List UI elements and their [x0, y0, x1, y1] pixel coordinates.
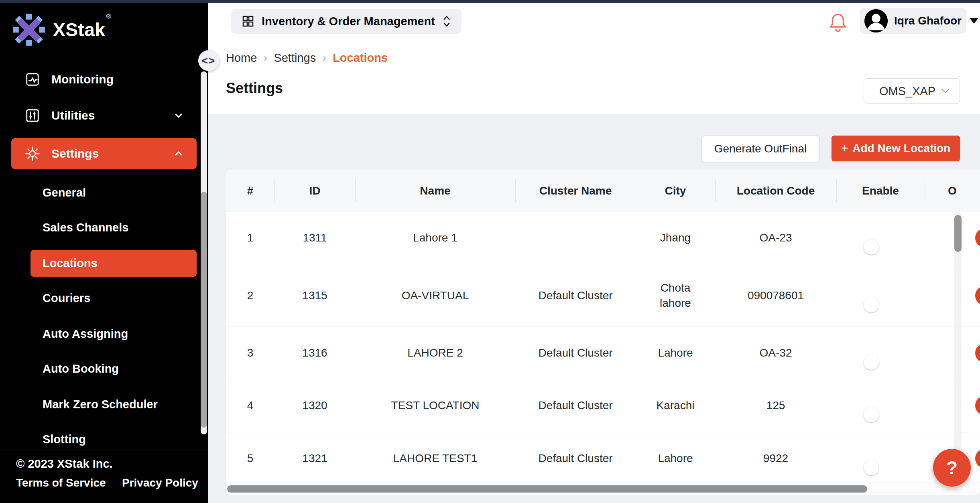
chevron-up-icon [173, 148, 184, 159]
row-action-button[interactable] [975, 286, 980, 305]
cell-id: 1311 [274, 230, 355, 245]
cell-name: LAHORE 2 [355, 345, 515, 361]
row-action-button[interactable] [975, 396, 980, 415]
app-switcher-label: Inventory & Order Management [262, 15, 435, 28]
header-separator [925, 179, 925, 202]
sidebar-subitem-auto-assigning[interactable]: Auto Assigning [0, 322, 208, 345]
cell-num: 5 [226, 451, 274, 466]
column-header-name: Name [355, 185, 515, 197]
sidebar: XStak® Monitoring [0, 3, 208, 503]
sidebar-subitem-sales-channels[interactable]: Sales Channels [0, 216, 208, 239]
generate-outfinal-button[interactable]: Generate OutFinal [701, 136, 819, 162]
chevron-down-icon [173, 110, 184, 121]
table-horizontal-scrollbar-thumb[interactable] [227, 485, 867, 493]
help-button[interactable]: ? [933, 449, 971, 487]
header-separator [715, 179, 716, 202]
locations-table: # ID Name Cluster Name City Location Cod… [226, 170, 980, 495]
sidebar-item-utilities[interactable]: Utilities [0, 104, 208, 127]
cell-city: Lahore [636, 345, 715, 361]
cell-num: 1 [226, 230, 274, 245]
cell-name: OA-VIRTUAL [355, 288, 515, 303]
cell-name: Lahore 1 [355, 230, 515, 245]
sidebar-item-settings[interactable]: Settings [11, 138, 197, 169]
chevron-down-icon [941, 88, 950, 94]
breadcrumb: Home › Settings › Locations [226, 51, 388, 65]
page-title: Settings [226, 80, 283, 97]
row-action-button[interactable] [975, 449, 980, 468]
generate-outfinal-label: Generate OutFinal [714, 142, 807, 155]
cell-city: Chota lahore [636, 280, 715, 311]
page-header-band: Home › Settings › Locations Settings OMS… [208, 37, 980, 114]
cell-name: TEST LOCATION [355, 398, 515, 413]
sidebar-subitem-locations[interactable]: Locations [30, 250, 197, 277]
row-action-button[interactable] [975, 343, 980, 363]
sidebar-subitem-general[interactable]: General [0, 181, 208, 204]
privacy-policy-link[interactable]: Privacy Policy [122, 477, 198, 489]
cell-location-code: OA-23 [715, 230, 836, 245]
sidebar-subitem-mark-zero-scheduler[interactable]: Mark Zero Scheduler [0, 393, 208, 416]
gear-icon [25, 146, 40, 161]
collapse-icon: <> [202, 55, 216, 67]
user-name: Iqra Ghafoor [894, 14, 962, 27]
cell-num: 2 [226, 288, 274, 303]
cell-cluster-name: Default Cluster [515, 398, 636, 413]
sidebar-subitem-slotting[interactable]: Slotting [0, 428, 208, 450]
notifications-bell-icon[interactable] [828, 12, 848, 33]
toggle-knob [864, 407, 879, 422]
terms-of-service-link[interactable]: Terms of Service [16, 477, 106, 489]
avatar [864, 9, 888, 32]
cell-city: Karachi [636, 398, 715, 413]
plus-icon: + [841, 141, 849, 156]
breadcrumb-home[interactable]: Home [226, 51, 257, 65]
breadcrumb-separator-icon: › [322, 51, 326, 65]
sidebar-menu: Monitoring Utilities [0, 71, 208, 450]
column-header-id: ID [274, 185, 355, 197]
sidebar-subitem-label: Slotting [43, 433, 86, 446]
cell-num: 4 [226, 398, 274, 413]
sidebar-subitem-label: Sales Channels [43, 221, 128, 234]
cell-location-code: OA-32 [715, 345, 836, 361]
sidebar-subitem-label: Auto Assigning [43, 327, 128, 341]
workspace-select[interactable]: OMS_XAP [864, 78, 960, 104]
grid-icon [242, 15, 254, 28]
help-question-mark: ? [946, 457, 958, 479]
sidebar-subitem-couriers[interactable]: Couriers [0, 287, 208, 309]
top-header: Inventory & Order Management Iqra Ghafoo… [208, 3, 980, 38]
breadcrumb-locations: Locations [333, 51, 388, 65]
column-header-city: City [636, 185, 715, 197]
table-row: 3 1316 LAHORE 2 Default Cluster Lahore O… [226, 327, 980, 379]
column-header-enable: Enable [836, 185, 925, 197]
toggle-knob [864, 355, 879, 370]
sidebar-collapse-button[interactable]: <> [198, 50, 219, 71]
add-new-location-button[interactable]: + Add New Location [832, 136, 960, 161]
cell-location-code: 9922 [715, 451, 836, 466]
row-action-button[interactable] [975, 228, 980, 247]
column-header-num: # [226, 185, 274, 197]
column-header-options: O [925, 185, 980, 197]
sidebar-subitem-label: Couriers [43, 292, 90, 305]
sidebar-subitem-label: Auto Booking [43, 362, 119, 375]
table-row: 2 1315 OA-VIRTUAL Default Cluster Chota … [226, 264, 980, 327]
breadcrumb-separator-icon: › [263, 51, 267, 65]
app-switcher[interactable]: Inventory & Order Management [231, 9, 462, 34]
toggle-knob [864, 460, 879, 475]
header-separator [355, 179, 356, 202]
table-vertical-scrollbar-thumb[interactable] [954, 215, 962, 252]
xstak-logo-icon [12, 13, 46, 47]
content-area: Generate OutFinal + Add New Location # I… [208, 114, 980, 503]
table-row: 5 1321 LAHORE TEST1 Default Cluster Laho… [226, 432, 980, 485]
table-horizontal-scrollbar-track[interactable] [226, 483, 980, 495]
brand-registered-mark: ® [106, 12, 111, 20]
header-separator [836, 179, 837, 202]
window-top-strip [0, 0, 980, 3]
sidebar-subitem-auto-booking[interactable]: Auto Booking [0, 357, 208, 380]
breadcrumb-settings[interactable]: Settings [274, 51, 316, 65]
selector-chevrons-icon [442, 14, 451, 28]
header-separator [636, 179, 636, 202]
toggle-knob [864, 297, 879, 312]
sidebar-item-monitoring[interactable]: Monitoring [0, 71, 208, 91]
cell-location-code: 090078601 [715, 288, 836, 303]
sidebar-subitem-label: Mark Zero Scheduler [43, 398, 158, 411]
user-menu[interactable]: Iqra Ghafoor [860, 8, 966, 34]
sidebar-scrollbar-thumb[interactable] [201, 192, 207, 428]
